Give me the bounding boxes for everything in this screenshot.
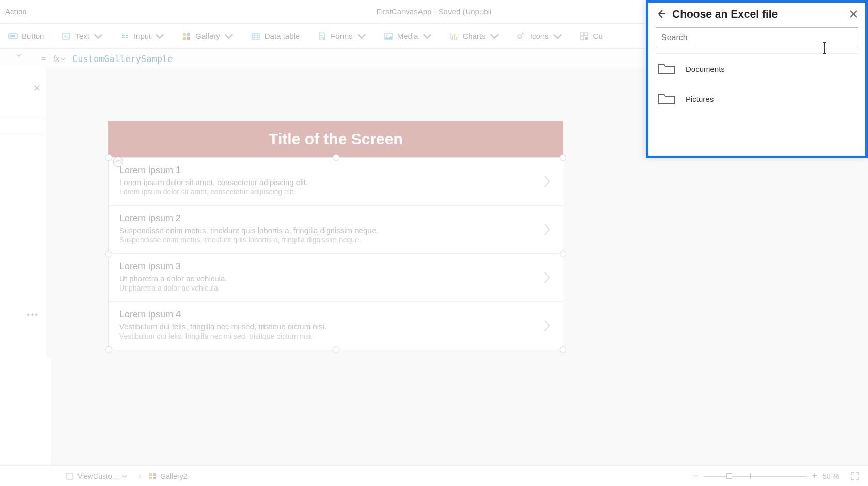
svg-point-12 — [386, 34, 388, 36]
svg-rect-14 — [454, 34, 455, 39]
svg-rect-7 — [183, 37, 186, 40]
zoom-in-button[interactable]: + — [812, 470, 818, 481]
search-input[interactable] — [661, 33, 853, 42]
item-body: Ut pharetra a dolor ac vehicula. — [119, 284, 552, 292]
svg-rect-5 — [183, 33, 186, 36]
custom-control[interactable]: Cu — [577, 29, 606, 43]
svg-rect-20 — [581, 37, 584, 40]
breadcrumb-label: ViewCusto... — [78, 472, 118, 480]
item-body: Suspendisse enim metus, tincidunt quis l… — [119, 236, 552, 244]
close-icon[interactable] — [849, 9, 858, 19]
item-title: Lorem ipsum 3 — [119, 261, 552, 272]
button-label: Button — [22, 32, 44, 40]
folder-item[interactable]: Documents — [648, 54, 865, 84]
scrollbar[interactable] — [47, 69, 52, 359]
property-selector[interactable] — [0, 51, 37, 67]
item-title: Lorem ipsum 2 — [119, 213, 552, 224]
data-table-control[interactable]: Data table — [248, 29, 303, 43]
breadcrumb-screen[interactable]: ViewCusto... — [66, 470, 142, 481]
svg-rect-15 — [456, 37, 457, 39]
svg-rect-18 — [581, 33, 584, 36]
gallery-label: Gallery — [195, 32, 220, 40]
chevron-down-icon — [423, 32, 432, 41]
search-box[interactable] — [656, 27, 858, 48]
chevron-right-icon[interactable] — [543, 223, 551, 236]
chevron-down-icon — [490, 32, 499, 41]
svg-rect-19 — [585, 33, 588, 36]
equals-label: = — [37, 54, 51, 64]
svg-rect-24 — [153, 473, 156, 476]
input-control[interactable]: Input — [117, 29, 167, 43]
svg-point-10 — [323, 37, 326, 40]
chevron-right-icon[interactable] — [543, 175, 551, 188]
item-body: Vestibulum dui felis, fringilla nec mi s… — [119, 332, 552, 340]
close-icon[interactable]: ✕ — [33, 83, 41, 94]
edit-icon[interactable] — [113, 157, 123, 167]
zoom-controls: − + 50 % — [692, 470, 860, 482]
item-subtitle: Suspendisse enim metus, tincidunt quis l… — [119, 226, 552, 235]
zoom-label: 50 % — [823, 472, 839, 480]
svg-text:Abc: Abc — [64, 34, 71, 39]
menu-action[interactable]: Action — [0, 7, 32, 16]
gallery-item[interactable]: Lorem ipsum 3 Ut pharetra a dolor ac veh… — [109, 254, 563, 302]
item-title: Lorem ipsum 4 — [119, 309, 552, 320]
gallery-item[interactable]: Lorem ipsum 4 Vestibulum dui felis, frin… — [109, 302, 563, 350]
back-arrow-icon[interactable] — [656, 9, 666, 19]
svg-rect-13 — [452, 36, 453, 39]
gallery-control-selected[interactable]: Lorem ipsum 1 Lorem ipsum dolor sit amet… — [109, 157, 563, 350]
input-label: Input — [134, 32, 151, 40]
more-icon[interactable]: ••• — [27, 310, 39, 320]
folder-icon — [658, 62, 675, 75]
svg-rect-6 — [187, 33, 190, 36]
gallery-item[interactable]: Lorem ipsum 1 Lorem ipsum dolor sit amet… — [109, 158, 563, 206]
charts-control[interactable]: Charts — [446, 29, 502, 43]
chevron-down-icon — [155, 32, 164, 41]
svg-rect-26 — [153, 477, 156, 479]
item-subtitle: Ut pharetra a dolor ac vehicula. — [119, 274, 552, 283]
text-control[interactable]: Abc Text — [58, 29, 106, 43]
icons-control[interactable]: ✓ Icons — [514, 29, 565, 43]
svg-rect-9 — [252, 33, 259, 39]
button-control[interactable]: Button — [5, 29, 47, 43]
item-body: Lorem ipsum dolor sit amet, consectetur … — [119, 188, 552, 196]
svg-rect-1 — [10, 35, 16, 37]
chevron-right-icon[interactable] — [543, 271, 551, 284]
folder-item[interactable]: Pictures — [648, 84, 865, 114]
chevron-right-icon[interactable] — [543, 319, 551, 332]
forms-label: Forms — [331, 32, 353, 40]
chevron-down-icon — [94, 32, 103, 41]
gallery-control[interactable]: Gallery — [179, 29, 237, 43]
svg-rect-8 — [187, 37, 190, 40]
folder-label: Pictures — [686, 95, 714, 103]
text-cursor-icon — [824, 43, 825, 53]
svg-rect-25 — [149, 477, 152, 479]
gallery-item[interactable]: Lorem ipsum 2 Suspendisse enim metus, ti… — [109, 206, 563, 254]
status-bar: ViewCusto... Gallery2 − + 50 % — [0, 465, 868, 486]
svg-rect-23 — [149, 473, 152, 476]
media-label: Media — [397, 32, 419, 40]
chevron-down-icon — [224, 32, 234, 41]
chevron-down-icon — [122, 474, 127, 479]
expand-icon[interactable] — [850, 472, 860, 481]
svg-rect-21 — [585, 37, 588, 40]
fx-button[interactable]: fx — [51, 54, 68, 64]
chevron-down-icon — [16, 53, 21, 58]
zoom-out-button[interactable]: − — [692, 470, 699, 482]
tree-search-box[interactable] — [0, 118, 45, 136]
breadcrumb-control[interactable]: Gallery2 — [149, 472, 187, 480]
chevron-down-icon — [60, 56, 66, 62]
data-table-label: Data table — [265, 32, 300, 40]
screen-title[interactable]: Title of the Screen — [109, 121, 563, 157]
media-control[interactable]: Media — [381, 29, 435, 43]
text-label: Text — [75, 32, 89, 40]
fx-label: fx — [53, 54, 59, 64]
svg-rect-22 — [67, 473, 73, 479]
forms-control[interactable]: Forms — [314, 29, 369, 43]
zoom-slider[interactable] — [704, 476, 807, 477]
charts-label: Charts — [463, 32, 486, 40]
folder-icon — [658, 92, 675, 105]
custom-label: Cu — [593, 32, 603, 40]
folder-label: Documents — [686, 65, 725, 73]
left-pane: ✕ ••• — [0, 69, 52, 465]
chevron-down-icon — [357, 32, 366, 41]
